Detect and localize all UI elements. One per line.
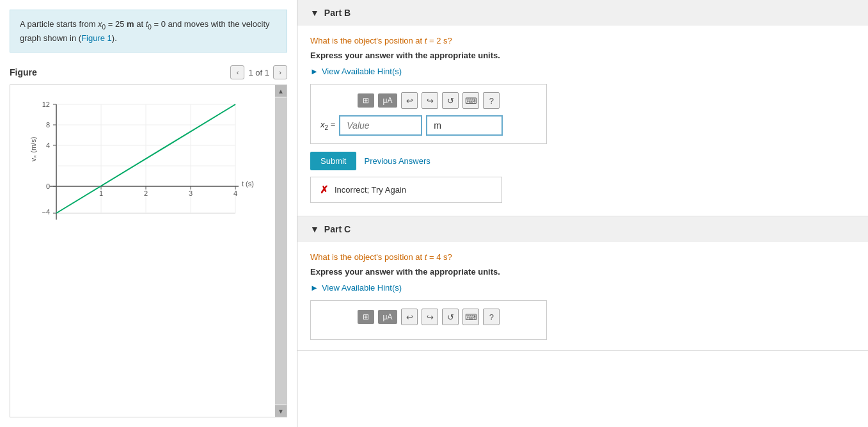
part-c-grid-icon: ⊞	[363, 312, 369, 321]
part-b-answer-box: ⊞ μA ↩ ↪ ↺ ⌨ ? x2 =	[310, 84, 547, 144]
figure-header: Figure ‹ 1 of 1 ›	[10, 65, 287, 79]
part-b-submit-row: Submit Previous Answers	[310, 152, 855, 170]
part-b-toolbar: ⊞ μA ↩ ↪ ↺ ⌨ ?	[320, 92, 537, 109]
keyboard-button[interactable]: ⌨	[462, 92, 479, 109]
figure-scrollbar[interactable]: ▲ ▼	[275, 85, 287, 417]
part-c-refresh-button[interactable]: ↺	[442, 309, 459, 325]
part-b-question: What is the object's position at t = 2 s…	[310, 36, 855, 45]
part-b-input-label: x2 =	[320, 120, 335, 131]
part-c-question: What is the object's position at t = 4 s…	[310, 252, 855, 262]
part-b-instruction: Express your answer with the appropriate…	[310, 51, 855, 60]
figure-link[interactable]: Figure 1	[81, 33, 112, 43]
part-c-header[interactable]: ▼ Part C	[297, 216, 868, 242]
part-b-error-text: Incorrect; Try Again	[335, 185, 406, 195]
refresh-button[interactable]: ↺	[442, 92, 459, 109]
part-b-unit-input[interactable]	[426, 115, 503, 136]
hint-arrow-icon: ►	[310, 67, 319, 76]
svg-text:8: 8	[46, 121, 50, 129]
part-c-undo-button[interactable]: ↩	[401, 309, 418, 325]
part-b-body: What is the object's position at t = 2 s…	[297, 26, 868, 216]
part-b-value-input[interactable]	[339, 115, 422, 136]
part-c-hint-link[interactable]: ► View Available Hint(s)	[310, 283, 855, 293]
part-c-unit-icon: μA	[383, 312, 393, 321]
error-icon: ✗	[320, 184, 328, 196]
part-c-answer-box: ⊞ μA ↩ ↪ ↺ ⌨ ?	[310, 300, 547, 340]
unit-icon: μA	[383, 96, 393, 105]
svg-text:4: 4	[233, 189, 237, 197]
scroll-thumb[interactable]	[275, 98, 287, 404]
prev-figure-button[interactable]: ‹	[230, 65, 244, 79]
svg-text:4: 4	[46, 141, 50, 149]
part-b-hint-text: View Available Hint(s)	[322, 67, 402, 76]
part-b-collapse-icon: ▼	[310, 8, 319, 18]
part-c-collapse-icon: ▼	[310, 224, 319, 234]
unit-button[interactable]: μA	[378, 93, 398, 108]
svg-text:0: 0	[46, 182, 50, 190]
part-b-header[interactable]: ▼ Part B	[297, 0, 868, 26]
help-button[interactable]: ?	[483, 92, 500, 109]
svg-text:−4: −4	[42, 208, 50, 216]
svg-text:2: 2	[144, 189, 148, 197]
part-c-section: ▼ Part C What is the object's position a…	[297, 216, 868, 351]
next-figure-button[interactable]: ›	[273, 65, 287, 79]
part-b-submit-button[interactable]: Submit	[310, 152, 356, 170]
left-panel: A particle starts from x0 = 25 m at t0 =…	[0, 0, 297, 427]
part-b-input-row: x2 =	[320, 115, 537, 136]
part-c-keyboard-button[interactable]: ⌨	[462, 309, 479, 325]
part-c-redo-button[interactable]: ↪	[422, 309, 438, 325]
part-c-unit-button[interactable]: μA	[378, 310, 398, 324]
part-c-label: Part C	[324, 224, 351, 234]
part-c-hint-arrow-icon: ►	[310, 283, 319, 293]
problem-statement: A particle starts from x0 = 25 m at t0 =…	[10, 10, 287, 52]
graph-svg: 12 8 4 0 −4 1 2 3 4 vₓ (m/s) t (s)	[17, 92, 262, 239]
part-b-label: Part B	[324, 8, 351, 18]
part-c-hint-text: View Available Hint(s)	[322, 283, 402, 293]
part-b-section: ▼ Part B What is the object's position a…	[297, 0, 868, 216]
part-c-grid-button[interactable]: ⊞	[358, 310, 374, 324]
part-b-error-box: ✗ Incorrect; Try Again	[310, 177, 502, 203]
figure-nav: ‹ 1 of 1 ›	[230, 65, 287, 79]
part-c-body: What is the object's position at t = 4 s…	[297, 242, 868, 350]
svg-text:t (s): t (s)	[242, 180, 254, 188]
grid-icon: ⊞	[363, 96, 369, 105]
undo-button[interactable]: ↩	[401, 92, 418, 109]
figure-title: Figure	[10, 67, 37, 77]
right-panel: ▼ Part B What is the object's position a…	[297, 0, 868, 427]
svg-text:3: 3	[189, 189, 193, 197]
scroll-down-arrow[interactable]: ▼	[275, 405, 287, 417]
part-c-toolbar: ⊞ μA ↩ ↪ ↺ ⌨ ?	[320, 309, 537, 325]
part-c-help-button[interactable]: ?	[483, 309, 500, 325]
figure-container: 12 8 4 0 −4 1 2 3 4 vₓ (m/s) t (s)	[10, 85, 287, 417]
part-b-previous-answers-link[interactable]: Previous Answers	[364, 156, 430, 166]
scroll-up-arrow[interactable]: ▲	[275, 85, 287, 97]
grid-button[interactable]: ⊞	[358, 93, 374, 108]
figure-pagination: 1 of 1	[248, 68, 269, 77]
part-c-instruction: Express your answer with the appropriate…	[310, 267, 855, 277]
svg-text:1: 1	[99, 189, 103, 197]
part-b-hint-link[interactable]: ► View Available Hint(s)	[310, 67, 855, 76]
svg-text:vₓ (m/s): vₓ (m/s)	[29, 137, 37, 162]
svg-text:12: 12	[42, 101, 50, 108]
graph-area: 12 8 4 0 −4 1 2 3 4 vₓ (m/s) t (s)	[10, 85, 275, 417]
redo-button[interactable]: ↪	[422, 92, 438, 109]
